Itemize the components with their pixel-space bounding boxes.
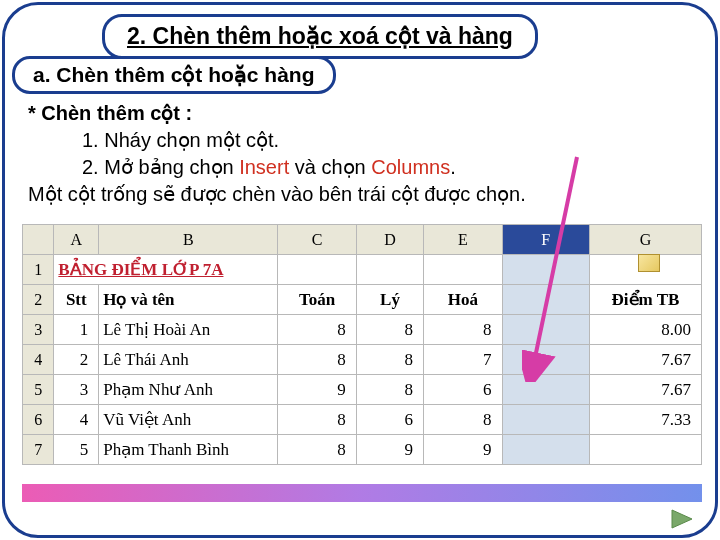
col-header-a: A xyxy=(54,225,99,255)
table-row: 7 5 Phạm Thanh Bình 8 9 9 xyxy=(23,435,702,465)
table-row: 4 2 Lê Thái Anh 8 8 7 7.67 xyxy=(23,345,702,375)
step-2: 2. Mở bảng chọn Insert và chọn Columns. xyxy=(28,154,692,181)
column-header-row: A B C D E F G xyxy=(23,225,702,255)
insert-brush-icon xyxy=(638,254,660,272)
col-header-d: D xyxy=(356,225,423,255)
table-row: 6 4 Vũ Việt Anh 8 6 8 7.33 xyxy=(23,405,702,435)
section-title: 2. Chèn thêm hoặc xoá cột và hàng xyxy=(102,14,538,59)
table-row: 3 1 Lê Thị Hoài An 8 8 8 8.00 xyxy=(23,315,702,345)
decorative-bar xyxy=(22,484,702,502)
table-row: 5 3 Phạm Như Anh 9 8 6 7.67 xyxy=(23,375,702,405)
sheet-title-cell: BẢNG ĐIỂM LỚP 7A xyxy=(54,255,278,285)
result-text: Một cột trống sẽ được chèn vào bên trái … xyxy=(28,181,692,208)
step-1: 1. Nháy chọn một cột. xyxy=(28,127,692,154)
col-header-e: E xyxy=(424,225,502,255)
next-slide-button[interactable] xyxy=(670,508,696,530)
instruction-block: * Chèn thêm cột : 1. Nháy chọn một cột. … xyxy=(28,100,692,208)
table-row: 1 BẢNG ĐIỂM LỚP 7A xyxy=(23,255,702,285)
spreadsheet-screenshot: A B C D E F G 1 BẢNG ĐIỂM LỚP 7A 2 Stt H… xyxy=(22,224,702,465)
subsection-title: a. Chèn thêm cột hoặc hàng xyxy=(12,56,336,94)
col-header-g: G xyxy=(589,225,701,255)
instruction-heading: * Chèn thêm cột : xyxy=(28,100,692,127)
col-header-f: F xyxy=(502,225,589,255)
col-header-b: B xyxy=(99,225,278,255)
col-header-c: C xyxy=(278,225,356,255)
table-row: 2 Stt Họ và tên Toán Lý Hoá Điểm TB xyxy=(23,285,702,315)
select-all-corner xyxy=(23,225,54,255)
